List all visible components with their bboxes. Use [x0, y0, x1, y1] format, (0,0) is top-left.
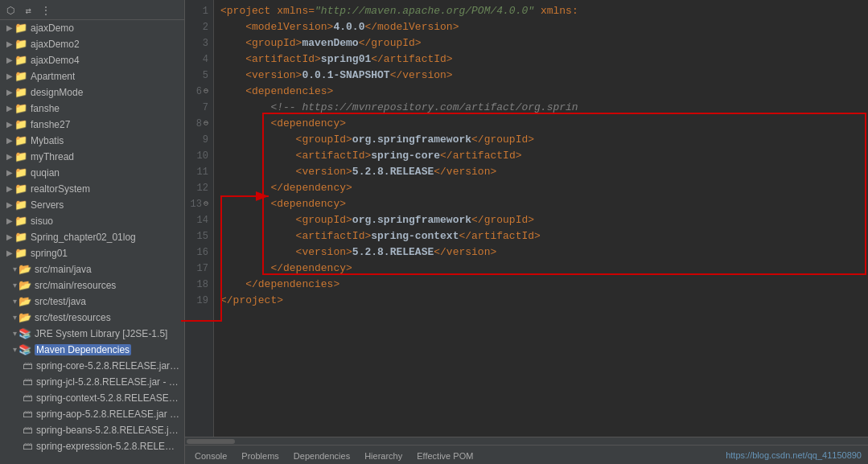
sidebar-item-16[interactable]: ▾ 📂 src/main/resources: [0, 277, 184, 294]
code-seg: <groupId>: [220, 132, 352, 148]
horizontal-scrollbar[interactable]: [185, 437, 868, 445]
collapse-arrow-11[interactable]: ▶: [6, 198, 13, 212]
item-icon-22: 🗃: [23, 375, 33, 389]
line-number-8: 8⊖: [190, 116, 208, 132]
sidebar-item-20[interactable]: ▾ 📚 Maven Dependencies: [0, 342, 184, 358]
sidebar-label-17: src/test/java: [35, 294, 86, 309]
code-seg: <groupId>: [220, 35, 302, 51]
collapse-arrow-17[interactable]: ▾: [13, 294, 17, 309]
item-icon-14: 📁: [14, 246, 27, 261]
sidebar-item-5[interactable]: ▶ 📁 fanshe: [0, 101, 184, 117]
sidebar: ⬡ ⇄ ⋮ ▶ 📁 ajaxDemo ▶ 📁 ajaxDemo2 ▶ 📁 aja…: [0, 0, 185, 464]
sidebar-item-13[interactable]: ▶ 📁 Spring_chapter02_01log: [0, 229, 184, 245]
fold-arrow-8[interactable]: ⊖: [204, 116, 208, 132]
collapse-arrow-14[interactable]: ▶: [6, 246, 13, 261]
sidebar-item-21[interactable]: 🗃 spring-core-5.2.8.RELEASE.jar - F:\apa…: [0, 358, 184, 374]
code-seg: </groupId>: [359, 35, 422, 51]
collapse-arrow-2[interactable]: ▶: [6, 53, 13, 68]
status-url: https://blog.csdn.net/qq_41150890: [726, 450, 862, 460]
collapse-arrow-0[interactable]: ▶: [6, 21, 13, 35]
code-seg: <version>: [220, 164, 352, 180]
collapse-all-icon[interactable]: ⬡: [3, 3, 18, 18]
code-seg: 4.0.0: [333, 19, 364, 35]
sidebar-item-23[interactable]: 🗃 spring-context-5.2.8.RELEASE.jar - F:\…: [0, 390, 184, 406]
sidebar-item-15[interactable]: ▾ 📂 src/main/java: [0, 261, 184, 277]
sidebar-item-0[interactable]: ▶ 📁 ajaxDemo: [0, 20, 184, 36]
scrollbar-thumb[interactable]: [187, 439, 235, 444]
line-number-15: 15: [190, 228, 208, 244]
sidebar-item-10[interactable]: ▶ 📁 realtorSystem: [0, 181, 184, 197]
sidebar-item-12[interactable]: ▶ 📁 sisuo: [0, 213, 184, 229]
menu-icon[interactable]: ⋮: [39, 3, 53, 18]
fold-arrow-6[interactable]: ⊖: [204, 84, 208, 100]
collapse-arrow-15[interactable]: ▾: [13, 262, 17, 277]
sidebar-item-11[interactable]: ▶ 📁 Servers: [0, 197, 184, 213]
collapse-arrow-8[interactable]: ▶: [6, 150, 13, 164]
line-number-9: 9: [190, 132, 208, 148]
sidebar-item-9[interactable]: ▶ 📁 quqian: [0, 165, 184, 181]
bottom-tab-4[interactable]: Effective POM: [410, 448, 479, 462]
sidebar-label-1: ajaxDemo2: [31, 37, 80, 51]
sidebar-item-2[interactable]: ▶ 📁 ajaxDemo4: [0, 52, 184, 68]
sidebar-item-24[interactable]: 🗃 spring-aop-5.2.8.RELEASE.jar - F:\apac…: [0, 406, 184, 422]
sidebar-item-17[interactable]: ▾ 📂 src/test/java: [0, 294, 184, 310]
collapse-arrow-1[interactable]: ▶: [6, 37, 13, 51]
collapse-arrow-19[interactable]: ▾: [13, 326, 17, 341]
sidebar-item-18[interactable]: ▾ 📂 src/test/resources: [0, 310, 184, 326]
bottom-tab-0[interactable]: Console: [188, 448, 233, 462]
code-seg: <modelVersion>: [220, 19, 333, 35]
line-number-11: 11: [190, 164, 208, 180]
bottom-tab-3[interactable]: Hierarchy: [358, 448, 409, 462]
code-line-18: </dependencies>: [220, 277, 862, 293]
item-icon-17: 📂: [19, 294, 31, 309]
collapse-arrow-10[interactable]: ▶: [6, 182, 13, 196]
code-seg: spring-core: [371, 148, 440, 164]
code-line-6: <dependencies>: [220, 84, 862, 100]
code-seg: <version>: [220, 68, 302, 84]
sidebar-item-26[interactable]: 🗃 spring-expression-5.2.8.RELEASE.jar - …: [0, 438, 184, 454]
sidebar-item-25[interactable]: 🗃 spring-beans-5.2.8.RELEASE.jar - F:\ap…: [0, 422, 184, 438]
collapse-arrow-9[interactable]: ▶: [6, 166, 13, 180]
collapse-arrow-12[interactable]: ▶: [6, 214, 13, 228]
code-area[interactable]: <project xmlns="http://maven.apache.org/…: [214, 0, 868, 437]
sidebar-item-14[interactable]: ▶ 📁 spring01: [0, 245, 184, 261]
fold-arrow-13[interactable]: ⊖: [204, 196, 208, 212]
item-icon-6: 📁: [14, 117, 27, 132]
sidebar-item-19[interactable]: ▾ 📚 JRE System Library [J2SE-1.5]: [0, 326, 184, 342]
sidebar-label-15: src/main/java: [35, 262, 92, 277]
code-seg: <dependencies>: [220, 84, 333, 100]
code-line-5: <version>0.0.1-SNAPSHOT</version>: [220, 68, 862, 84]
sidebar-item-22[interactable]: 🗃 spring-jcl-5.2.8.RELEASE.jar - F:\apac…: [0, 374, 184, 390]
collapse-arrow-3[interactable]: ▶: [6, 69, 13, 84]
collapse-arrow-6[interactable]: ▶: [6, 117, 13, 132]
collapse-arrow-18[interactable]: ▾: [13, 310, 17, 325]
bottom-tab-2[interactable]: Dependencies: [287, 448, 356, 462]
code-line-2: <modelVersion>4.0.0</modelVersion>: [220, 19, 862, 35]
collapse-arrow-5[interactable]: ▶: [6, 101, 13, 116]
sidebar-item-8[interactable]: ▶ 📁 myThread: [0, 149, 184, 165]
collapse-arrow-4[interactable]: ▶: [6, 85, 13, 100]
code-seg: mavenDemo: [302, 35, 358, 51]
collapse-arrow-7[interactable]: ▶: [6, 133, 13, 148]
collapse-arrow-13[interactable]: ▶: [6, 230, 13, 244]
collapse-arrow-16[interactable]: ▾: [13, 278, 17, 293]
sidebar-label-11: Servers: [31, 198, 64, 212]
code-seg: <project xmlns=: [220, 3, 315, 19]
line-number-3: 3: [190, 35, 208, 51]
item-icon-10: 📁: [14, 182, 27, 196]
bottom-tab-1[interactable]: Problems: [235, 448, 285, 462]
sidebar-item-7[interactable]: ▶ 📁 Mybatis: [0, 133, 184, 149]
collapse-arrow-20[interactable]: ▾: [13, 343, 17, 357]
sidebar-item-6[interactable]: ▶ 📁 fanshe27: [0, 117, 184, 133]
bottom-tabs: ConsoleProblemsDependenciesHierarchyEffe…: [188, 448, 479, 462]
sidebar-toolbar: ⬡ ⇄ ⋮: [0, 2, 184, 20]
sidebar-item-1[interactable]: ▶ 📁 ajaxDemo2: [0, 36, 184, 52]
item-icon-9: 📁: [14, 166, 27, 180]
sidebar-item-3[interactable]: ▶ 📁 Apartment: [0, 68, 184, 84]
code-line-12: </dependency>: [220, 180, 862, 196]
sync-icon[interactable]: ⇄: [21, 3, 35, 18]
sidebar-item-4[interactable]: ▶ 📁 designMode: [0, 84, 184, 101]
line-number-12: 12: [190, 180, 208, 196]
item-icon-25: 🗃: [23, 423, 33, 437]
sidebar-label-12: sisuo: [31, 214, 53, 228]
